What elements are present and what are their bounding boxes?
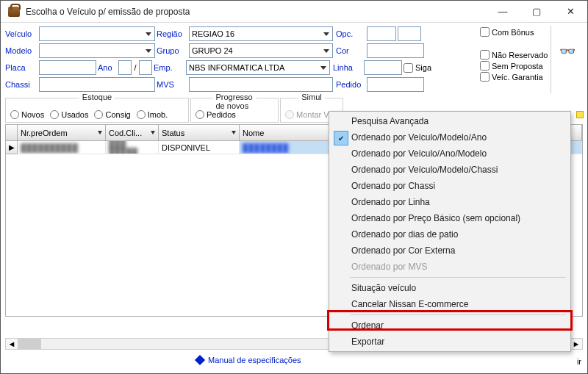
chk-nao-reservado[interactable]: Não Reservado <box>480 50 548 60</box>
menu-preco[interactable]: Ordenado por Preço Básico (sem opcional) <box>329 210 570 226</box>
col-status[interactable]: Status <box>159 125 240 140</box>
menu-pesquisa[interactable]: Pesquisa Avançada <box>329 113 570 129</box>
menu-chassi[interactable]: Ordenado por Chassi <box>329 178 570 194</box>
label-emp: Emp. <box>154 63 184 72</box>
window-title: Escolha o Veículo p/ emissão de proposta <box>26 7 486 17</box>
opc-field-b[interactable] <box>398 26 421 41</box>
pedido-field[interactable] <box>367 77 424 92</box>
veiculo-select[interactable] <box>39 26 155 41</box>
close-button[interactable]: ✕ <box>553 1 587 23</box>
chassi-field[interactable] <box>39 77 155 92</box>
col-preordem[interactable]: Nr.preOrdem <box>18 125 106 140</box>
group-progresso: Progresso de novos Pedidos <box>190 98 279 123</box>
label-placa: Placa <box>5 63 37 72</box>
menu-situacao[interactable]: Situação veículo <box>329 280 570 296</box>
menu-dias[interactable]: Ordenado por dias de patio <box>329 226 570 242</box>
radio-usados[interactable]: Usados <box>50 110 88 119</box>
menu-cancelar[interactable]: Cancelar Nissan E-commerce <box>329 296 570 312</box>
label-linha: Linha <box>333 63 362 72</box>
chk-sem-proposta[interactable]: Sem Proposta <box>480 61 548 71</box>
menu-exportar[interactable]: Exportar <box>329 334 570 350</box>
label-ano: Ano <box>98 63 117 72</box>
menu-veic-modelo-ano[interactable]: Ordenado por Veículo/Modelo/Ano <box>329 129 570 145</box>
row-indicator-icon: ▶ <box>6 141 18 154</box>
placa-field[interactable] <box>39 60 96 75</box>
chk-siga[interactable]: Siga <box>404 63 431 73</box>
radio-pedidos[interactable]: Pedidos <box>196 110 236 119</box>
diamond-icon <box>195 355 205 365</box>
maximize-button[interactable]: ▢ <box>520 1 553 23</box>
menu-linha[interactable]: Ordenado por Linha <box>329 194 570 210</box>
menu-separator <box>350 314 566 315</box>
minimize-button[interactable]: — <box>486 1 520 23</box>
glasses-icon[interactable]: 👓 <box>559 43 576 60</box>
label-regiao: Região <box>157 29 187 38</box>
label-modelo: Modelo <box>5 46 37 55</box>
radio-imob[interactable]: Imob. <box>137 110 168 119</box>
label-opc: Opc. <box>336 29 365 38</box>
menu-veic-ano-modelo[interactable]: Ordenado por Veículo/Ano/Modelo <box>329 145 570 162</box>
grupo-select[interactable]: GRUPO 24 <box>189 43 333 58</box>
group-estoque: Estoque Novos Usados Consig Imob. <box>5 98 189 123</box>
regiao-select[interactable]: REGIAO 16 <box>189 26 333 41</box>
opc-field-a[interactable] <box>367 26 396 41</box>
label-mvs: MVS <box>157 80 187 89</box>
scroll-left-button[interactable]: ◄ <box>6 339 18 349</box>
ano-field-b[interactable] <box>139 60 152 75</box>
scroll-right-button[interactable]: ► <box>570 339 582 349</box>
menu-veic-modelo-chassi[interactable]: Ordenado por Veículo/Modelo/Chassi <box>329 162 570 178</box>
emp-select[interactable]: NBS INFORMATICA LTDA <box>186 60 330 75</box>
menu-separator <box>350 277 566 278</box>
mvs-field[interactable] <box>189 77 333 92</box>
menu-cor[interactable]: Ordenado por Cor Externa <box>329 242 570 259</box>
label-chassi: Chassi <box>5 80 37 89</box>
radio-montar[interactable]: Montar V <box>285 110 329 119</box>
cor-field[interactable] <box>367 43 424 58</box>
menu-mvs: Ordenado por MVS <box>329 259 570 275</box>
col-codcli[interactable]: Cod.Cli... <box>106 125 159 140</box>
marker-icon <box>576 111 584 118</box>
modelo-select[interactable] <box>39 43 155 58</box>
label-veiculo: Veículo <box>5 29 37 38</box>
radio-novos[interactable]: Novos <box>10 110 44 119</box>
linha-field[interactable] <box>364 60 402 75</box>
ano-field-a[interactable] <box>118 60 132 75</box>
grid-indicator-col <box>6 125 18 140</box>
context-menu: Pesquisa Avançada Ordenado por Veículo/M… <box>329 111 571 352</box>
label-grupo: Grupo <box>157 46 187 55</box>
menu-ordenar[interactable]: Ordenar <box>329 317 570 334</box>
chk-veic-garantia[interactable]: Veíc. Garantia <box>480 72 548 82</box>
briefcase-icon <box>8 7 20 17</box>
label-pedido: Pedido <box>336 80 365 89</box>
manual-link[interactable]: Manual de especificações <box>208 356 301 364</box>
label-cor: Cor <box>336 46 365 55</box>
footer-ir: ir <box>577 357 581 366</box>
radio-consig[interactable]: Consig <box>94 110 130 119</box>
scroll-thumb[interactable] <box>18 339 41 349</box>
chk-com-bonus[interactable]: Com Bônus <box>480 27 548 37</box>
